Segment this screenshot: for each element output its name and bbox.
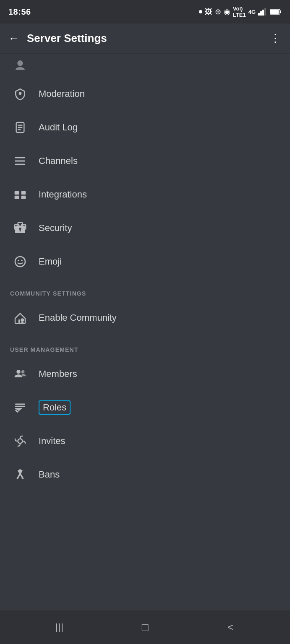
- svg-rect-1: [260, 11, 262, 16]
- invites-icon: [10, 431, 30, 451]
- svg-rect-6: [270, 10, 279, 14]
- sidebar-item-security[interactable]: Security: [0, 211, 290, 245]
- roles-selected-indicator: Roles: [39, 400, 71, 415]
- 4g-icon: 4G: [248, 9, 256, 15]
- home-button[interactable]: □: [132, 615, 157, 640]
- security-icon: [10, 218, 30, 238]
- sidebar-item-enable-community[interactable]: Enable Community: [0, 301, 290, 335]
- sidebar-item-invites[interactable]: Invites: [0, 424, 290, 458]
- partial-item[interactable]: [0, 54, 290, 77]
- community-icon: [10, 308, 30, 328]
- bottom-nav: ||| □ <: [0, 610, 290, 644]
- svg-rect-26: [20, 229, 21, 231]
- network-icon: Vol)LTE1: [233, 5, 246, 18]
- partial-icon: [10, 55, 30, 75]
- svg-rect-18: [15, 196, 19, 199]
- emoji-label: Emoji: [39, 256, 62, 267]
- enable-community-label: Enable Community: [39, 312, 117, 323]
- signal-icon: [258, 8, 267, 16]
- svg-rect-19: [21, 196, 26, 199]
- channels-label: Channels: [39, 156, 78, 166]
- svg-point-28: [18, 260, 19, 261]
- back-button[interactable]: ←: [8, 32, 19, 45]
- moderation-icon: [10, 84, 30, 104]
- svg-point-29: [21, 260, 22, 261]
- roles-label: Roles: [39, 400, 71, 415]
- svg-point-37: [19, 469, 22, 472]
- audit-log-icon: [10, 117, 30, 138]
- sidebar-item-emoji[interactable]: Emoji: [0, 245, 290, 278]
- nav-left: ← Server Settings: [8, 32, 107, 45]
- members-icon: [10, 364, 30, 384]
- svg-rect-0: [258, 13, 260, 16]
- top-nav: ← Server Settings ⋮: [0, 23, 290, 54]
- status-time: 18:56: [8, 7, 31, 17]
- channels-icon: [10, 151, 30, 171]
- svg-point-8: [19, 92, 22, 95]
- svg-point-34: [21, 370, 24, 373]
- page-title: Server Settings: [27, 32, 107, 45]
- bans-label: Bans: [39, 469, 60, 480]
- status-bar: 18:56 🖼 ⊕ ◉ Vol)LTE1 4G: [0, 0, 290, 23]
- svg-rect-32: [21, 322, 24, 323]
- members-label: Members: [39, 369, 77, 379]
- svg-point-33: [16, 370, 20, 374]
- community-settings-header: COMMUNITY SETTINGS: [0, 278, 290, 301]
- recent-apps-button[interactable]: |||: [47, 615, 72, 640]
- settings-list: Moderation Audit Log Channels: [0, 54, 290, 610]
- sidebar-item-channels[interactable]: Channels: [0, 144, 290, 178]
- svg-rect-5: [280, 10, 281, 13]
- integrations-label: Integrations: [39, 189, 87, 200]
- emoji-icon: [10, 252, 30, 272]
- back-nav-button[interactable]: <: [218, 615, 243, 640]
- invites-label: Invites: [39, 436, 65, 447]
- image-icon: 🖼: [205, 8, 212, 16]
- sidebar-item-members[interactable]: Members: [0, 357, 290, 391]
- more-button[interactable]: ⋮: [270, 32, 282, 45]
- sidebar-item-moderation[interactable]: Moderation: [0, 77, 290, 111]
- chrome-icon: ⊕: [215, 7, 221, 16]
- svg-point-7: [17, 60, 23, 66]
- status-icons: 🖼 ⊕ ◉ Vol)LTE1 4G: [199, 5, 282, 18]
- svg-rect-30: [18, 319, 20, 323]
- integrations-icon: [10, 184, 30, 205]
- sidebar-item-bans[interactable]: Bans: [0, 458, 290, 491]
- svg-rect-16: [15, 191, 19, 195]
- bans-icon: [10, 465, 30, 485]
- browser-icon: ◉: [224, 7, 230, 16]
- svg-rect-17: [21, 191, 26, 195]
- audit-log-label: Audit Log: [39, 122, 78, 133]
- sidebar-item-integrations[interactable]: Integrations: [0, 178, 290, 211]
- battery-icon: [270, 8, 282, 15]
- notification-dot: [199, 10, 202, 13]
- user-management-header: USER MANAGEMENT: [0, 335, 290, 357]
- sidebar-item-roles[interactable]: Roles: [0, 391, 290, 424]
- security-label: Security: [39, 223, 72, 234]
- moderation-label: Moderation: [39, 88, 85, 99]
- svg-point-27: [15, 257, 25, 267]
- sidebar-item-audit-log[interactable]: Audit Log: [0, 111, 290, 144]
- roles-icon: [10, 397, 30, 418]
- svg-rect-2: [262, 10, 264, 16]
- svg-point-31: [21, 318, 24, 322]
- svg-rect-3: [264, 8, 266, 16]
- svg-point-36: [18, 439, 23, 444]
